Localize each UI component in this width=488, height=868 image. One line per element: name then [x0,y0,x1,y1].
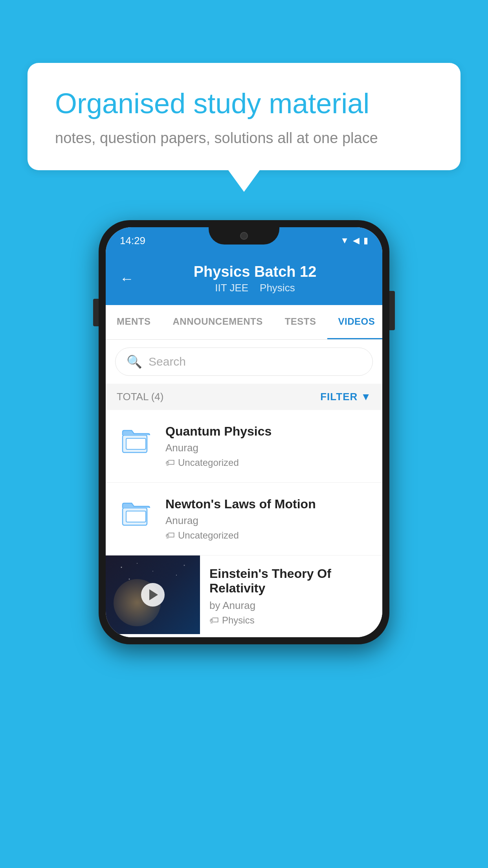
svg-point-4 [121,567,122,568]
video-info: Newton's Laws of Motion Anurag 🏷 Uncateg… [165,497,371,541]
filter-icon: ▼ [361,391,371,403]
list-item[interactable]: Quantum Physics Anurag 🏷 Uncategorized [106,410,382,483]
phone-notch [209,227,279,245]
list-item[interactable]: Newton's Laws of Motion Anurag 🏷 Uncateg… [106,483,382,555]
play-triangle-icon [149,589,158,600]
phone-volume-button [93,299,99,326]
svg-point-6 [152,571,153,572]
batch-title: Physics Batch 12 [142,263,368,280]
tag-label: Uncategorized [178,530,239,541]
tag-icon: 🏷 [209,615,219,626]
phone-screen: 14:29 ▼ ◀ ▮ ← Physics Batch 12 IIT JEE P… [106,227,382,637]
svg-point-7 [129,579,130,580]
video-thumbnail [106,555,200,634]
tabs-bar: MENTS ANNOUNCEMENTS TESTS VIDEOS [106,305,382,340]
speech-bubble-card: Organised study material notes, question… [28,63,460,170]
battery-icon: ▮ [363,235,368,246]
total-count: TOTAL (4) [117,391,163,403]
video-title: Newton's Laws of Motion [165,497,371,511]
wifi-icon: ▼ [340,235,349,246]
video-author: Anurag [165,515,371,527]
filter-label: FILTER [320,391,358,403]
filter-row: TOTAL (4) FILTER ▼ [106,384,382,410]
search-placeholder: Search [149,355,186,368]
tab-videos[interactable]: VIDEOS [327,305,382,339]
video-title: Einstein's Theory Of Relativity [209,566,373,596]
tag-label: Uncategorized [178,457,239,468]
svg-rect-3 [126,511,146,522]
front-camera [240,232,248,240]
header-title-group: Physics Batch 12 IIT JEE Physics [142,263,368,294]
filter-button[interactable]: FILTER ▼ [320,391,371,403]
speech-bubble-arrow [228,170,260,192]
phone-frame: 14:29 ▼ ◀ ▮ ← Physics Batch 12 IIT JEE P… [99,220,389,644]
video-tag: 🏷 Uncategorized [165,457,371,468]
tag-icon: 🏷 [165,457,175,468]
back-button[interactable]: ← [120,270,134,287]
signal-icon: ◀ [353,235,360,246]
subtitle-physics: Physics [260,282,295,294]
status-icons: ▼ ◀ ▮ [340,235,368,246]
tab-tests[interactable]: TESTS [274,305,327,339]
batch-subtitle: IIT JEE Physics [142,282,368,294]
video-author: Anurag [165,442,371,454]
tag-label: Physics [222,615,255,626]
svg-point-5 [137,563,138,564]
tab-announcements[interactable]: ANNOUNCEMENTS [162,305,274,339]
svg-point-9 [184,565,185,566]
video-list: Quantum Physics Anurag 🏷 Uncategorized [106,410,382,637]
video-info: Einstein's Theory Of Relativity by Anura… [200,555,382,637]
play-button[interactable] [141,583,165,607]
speech-bubble-subtitle: notes, question papers, solutions all at… [55,130,433,147]
video-author: by Anurag [209,600,373,612]
video-title: Quantum Physics [165,424,371,439]
video-folder-icon [117,497,156,528]
svg-rect-1 [126,438,146,449]
speech-bubble-title: Organised study material [55,86,433,120]
svg-point-8 [176,575,177,576]
status-time: 14:29 [120,235,145,247]
speech-bubble-section: Organised study material notes, question… [28,63,460,192]
search-container: 🔍 Search [106,340,382,384]
app-header: ← Physics Batch 12 IIT JEE Physics [106,254,382,305]
phone-power-button [389,291,395,330]
video-tag: 🏷 Uncategorized [165,530,371,541]
video-folder-icon [117,424,156,456]
video-tag: 🏷 Physics [209,615,373,626]
list-item[interactable]: Einstein's Theory Of Relativity by Anura… [106,555,382,637]
tab-ments[interactable]: MENTS [106,305,162,339]
video-info: Quantum Physics Anurag 🏷 Uncategorized [165,424,371,468]
subtitle-iitjee: IIT JEE [215,282,248,294]
search-icon: 🔍 [127,354,142,369]
status-bar: 14:29 ▼ ◀ ▮ [106,227,382,254]
tag-icon: 🏷 [165,530,175,541]
search-bar[interactable]: 🔍 Search [115,348,373,376]
